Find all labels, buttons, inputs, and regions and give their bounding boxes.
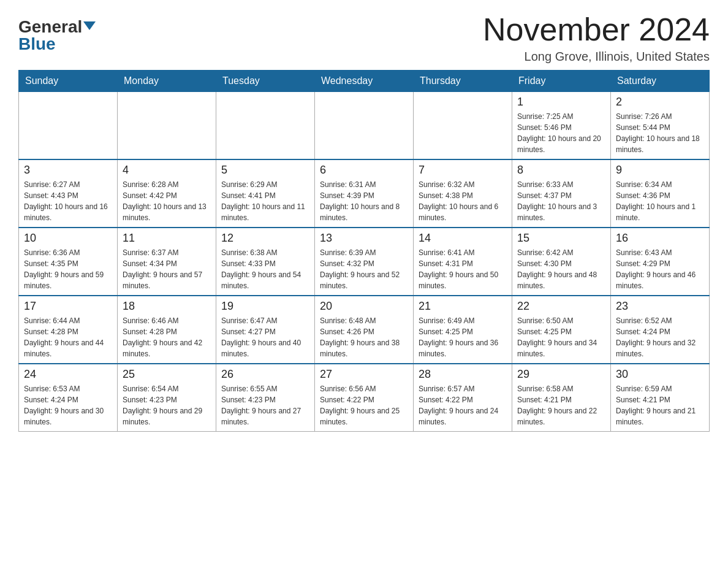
day-cell [19, 92, 118, 160]
day-info: Sunrise: 6:43 AMSunset: 4:29 PMDaylight:… [616, 247, 704, 291]
day-cell: 13Sunrise: 6:39 AMSunset: 4:32 PMDayligh… [315, 228, 414, 296]
week-row-5: 24Sunrise: 6:53 AMSunset: 4:24 PMDayligh… [19, 364, 710, 432]
header-row: SundayMondayTuesdayWednesdayThursdayFrid… [19, 71, 710, 92]
page-header: General Blue November 2024 Long Grove, I… [18, 12, 710, 64]
day-info: Sunrise: 6:42 AMSunset: 4:30 PMDaylight:… [517, 247, 605, 291]
day-cell: 12Sunrise: 6:38 AMSunset: 4:33 PMDayligh… [216, 228, 315, 296]
day-info: Sunrise: 6:55 AMSunset: 4:23 PMDaylight:… [221, 383, 309, 427]
day-info: Sunrise: 6:59 AMSunset: 4:21 PMDaylight:… [616, 383, 704, 427]
day-number: 23 [616, 300, 704, 313]
week-row-1: 1Sunrise: 7:25 AMSunset: 5:46 PMDaylight… [19, 92, 710, 160]
day-cell: 26Sunrise: 6:55 AMSunset: 4:23 PMDayligh… [216, 364, 315, 432]
header-sunday: Sunday [19, 71, 118, 92]
header-monday: Monday [118, 71, 216, 92]
day-cell: 6Sunrise: 6:31 AMSunset: 4:39 PMDaylight… [315, 159, 414, 228]
day-info: Sunrise: 6:57 AMSunset: 4:22 PMDaylight:… [419, 383, 507, 427]
day-info: Sunrise: 6:47 AMSunset: 4:27 PMDaylight:… [221, 315, 309, 359]
day-cell: 9Sunrise: 6:34 AMSunset: 4:36 PMDaylight… [611, 159, 710, 228]
day-info: Sunrise: 6:49 AMSunset: 4:25 PMDaylight:… [419, 315, 507, 359]
day-info: Sunrise: 6:33 AMSunset: 4:37 PMDaylight:… [517, 179, 605, 223]
day-cell: 3Sunrise: 6:27 AMSunset: 4:43 PMDaylight… [19, 159, 118, 228]
day-info: Sunrise: 6:31 AMSunset: 4:39 PMDaylight:… [320, 179, 408, 223]
day-number: 24 [24, 368, 112, 381]
day-cell: 8Sunrise: 6:33 AMSunset: 4:37 PMDaylight… [512, 159, 611, 228]
day-number: 29 [517, 368, 605, 381]
day-cell: 24Sunrise: 6:53 AMSunset: 4:24 PMDayligh… [19, 364, 118, 432]
day-cell: 22Sunrise: 6:50 AMSunset: 4:25 PMDayligh… [512, 296, 611, 364]
day-cell: 19Sunrise: 6:47 AMSunset: 4:27 PMDayligh… [216, 296, 315, 364]
day-number: 15 [517, 232, 605, 245]
day-number: 19 [221, 300, 309, 313]
day-info: Sunrise: 6:56 AMSunset: 4:22 PMDaylight:… [320, 383, 408, 427]
day-number: 3 [24, 164, 112, 177]
day-number: 10 [24, 232, 112, 245]
day-cell [216, 92, 315, 160]
day-cell: 16Sunrise: 6:43 AMSunset: 4:29 PMDayligh… [611, 228, 710, 296]
day-number: 28 [419, 368, 507, 381]
day-number: 26 [221, 368, 309, 381]
day-info: Sunrise: 6:27 AMSunset: 4:43 PMDaylight:… [24, 179, 112, 223]
day-number: 22 [517, 300, 605, 313]
day-cell: 29Sunrise: 6:58 AMSunset: 4:21 PMDayligh… [512, 364, 611, 432]
day-number: 21 [419, 300, 507, 313]
logo: General Blue [18, 18, 96, 53]
day-info: Sunrise: 6:46 AMSunset: 4:28 PMDaylight:… [123, 315, 211, 359]
day-info: Sunrise: 6:29 AMSunset: 4:41 PMDaylight:… [221, 179, 309, 223]
header-thursday: Thursday [414, 71, 512, 92]
day-cell: 1Sunrise: 7:25 AMSunset: 5:46 PMDaylight… [512, 92, 611, 160]
day-info: Sunrise: 6:28 AMSunset: 4:42 PMDaylight:… [123, 179, 211, 223]
calendar-table: SundayMondayTuesdayWednesdayThursdayFrid… [18, 70, 710, 432]
day-info: Sunrise: 6:58 AMSunset: 4:21 PMDaylight:… [517, 383, 605, 427]
day-info: Sunrise: 6:41 AMSunset: 4:31 PMDaylight:… [419, 247, 507, 291]
day-number: 1 [517, 96, 605, 109]
header-friday: Friday [512, 71, 611, 92]
day-info: Sunrise: 6:44 AMSunset: 4:28 PMDaylight:… [24, 315, 112, 359]
day-info: Sunrise: 6:36 AMSunset: 4:35 PMDaylight:… [24, 247, 112, 291]
day-number: 5 [221, 164, 309, 177]
day-cell [414, 92, 512, 160]
day-number: 4 [123, 164, 211, 177]
title-area: November 2024 Long Grove, Illinois, Unit… [483, 12, 710, 64]
day-info: Sunrise: 6:34 AMSunset: 4:36 PMDaylight:… [616, 179, 704, 223]
day-number: 20 [320, 300, 408, 313]
day-cell [315, 92, 414, 160]
calendar-title: November 2024 [483, 12, 710, 47]
header-wednesday: Wednesday [315, 71, 414, 92]
day-cell: 21Sunrise: 6:49 AMSunset: 4:25 PMDayligh… [414, 296, 512, 364]
day-number: 30 [616, 368, 704, 381]
day-info: Sunrise: 6:54 AMSunset: 4:23 PMDaylight:… [123, 383, 211, 427]
day-number: 9 [616, 164, 704, 177]
day-cell: 4Sunrise: 6:28 AMSunset: 4:42 PMDaylight… [118, 159, 216, 228]
day-cell: 10Sunrise: 6:36 AMSunset: 4:35 PMDayligh… [19, 228, 118, 296]
day-cell: 14Sunrise: 6:41 AMSunset: 4:31 PMDayligh… [414, 228, 512, 296]
week-row-4: 17Sunrise: 6:44 AMSunset: 4:28 PMDayligh… [19, 296, 710, 364]
day-cell: 2Sunrise: 7:26 AMSunset: 5:44 PMDaylight… [611, 92, 710, 160]
day-number: 16 [616, 232, 704, 245]
day-cell: 15Sunrise: 6:42 AMSunset: 4:30 PMDayligh… [512, 228, 611, 296]
header-saturday: Saturday [611, 71, 710, 92]
day-number: 12 [221, 232, 309, 245]
day-info: Sunrise: 6:50 AMSunset: 4:25 PMDaylight:… [517, 315, 605, 359]
day-number: 2 [616, 96, 704, 109]
day-number: 11 [123, 232, 211, 245]
day-number: 13 [320, 232, 408, 245]
week-row-3: 10Sunrise: 6:36 AMSunset: 4:35 PMDayligh… [19, 228, 710, 296]
logo-arrow-icon [83, 21, 96, 30]
day-number: 25 [123, 368, 211, 381]
day-number: 7 [419, 164, 507, 177]
day-cell: 27Sunrise: 6:56 AMSunset: 4:22 PMDayligh… [315, 364, 414, 432]
day-cell: 30Sunrise: 6:59 AMSunset: 4:21 PMDayligh… [611, 364, 710, 432]
day-cell: 7Sunrise: 6:32 AMSunset: 4:38 PMDaylight… [414, 159, 512, 228]
day-cell [118, 92, 216, 160]
day-info: Sunrise: 7:26 AMSunset: 5:44 PMDaylight:… [616, 111, 704, 155]
day-info: Sunrise: 6:52 AMSunset: 4:24 PMDaylight:… [616, 315, 704, 359]
day-info: Sunrise: 6:53 AMSunset: 4:24 PMDaylight:… [24, 383, 112, 427]
day-cell: 23Sunrise: 6:52 AMSunset: 4:24 PMDayligh… [611, 296, 710, 364]
day-number: 17 [24, 300, 112, 313]
day-cell: 5Sunrise: 6:29 AMSunset: 4:41 PMDaylight… [216, 159, 315, 228]
day-number: 14 [419, 232, 507, 245]
day-info: Sunrise: 6:38 AMSunset: 4:33 PMDaylight:… [221, 247, 309, 291]
day-cell: 28Sunrise: 6:57 AMSunset: 4:22 PMDayligh… [414, 364, 512, 432]
day-number: 18 [123, 300, 211, 313]
week-row-2: 3Sunrise: 6:27 AMSunset: 4:43 PMDaylight… [19, 159, 710, 228]
